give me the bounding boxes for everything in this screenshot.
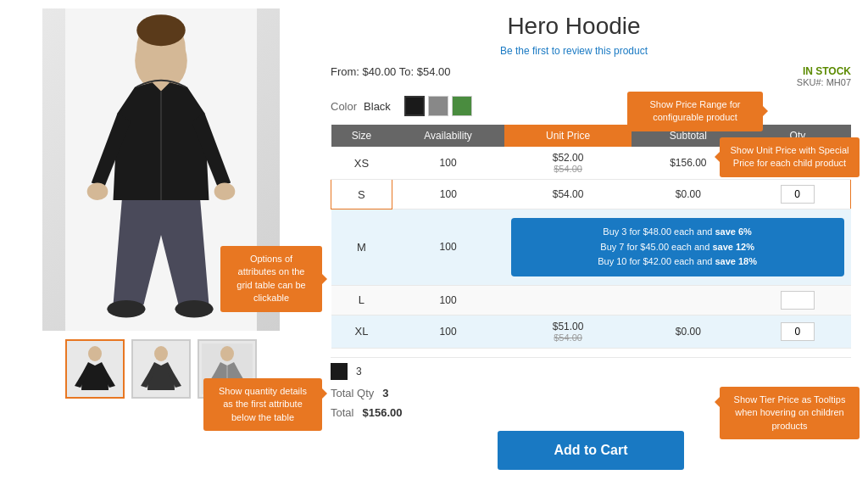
size-m[interactable]: M (331, 209, 392, 286)
qty-xl[interactable] (744, 315, 850, 348)
avail-s: 100 (392, 180, 504, 209)
qty-s[interactable] (744, 180, 850, 209)
summary-total: Total $156.00 (331, 406, 402, 419)
avail-xl: 100 (392, 315, 504, 348)
svg-point-3 (136, 14, 186, 46)
size-xl[interactable]: XL (331, 315, 392, 348)
svg-point-13 (154, 346, 168, 361)
size-l[interactable]: L (331, 285, 392, 315)
color-swatch-green[interactable] (452, 96, 472, 116)
qty-input-l[interactable] (781, 291, 815, 310)
svg-point-7 (214, 182, 236, 200)
qty-input-s[interactable] (781, 185, 815, 204)
svg-point-11 (88, 346, 102, 361)
svg-point-9 (175, 300, 213, 318)
summary-color-qty: 3 (331, 363, 402, 380)
review-link[interactable]: Be the first to review this product (331, 45, 851, 57)
thumbnail-2[interactable] (131, 339, 191, 399)
tier-price-box: Buy 3 for $48.00 each and save 6% Buy 7 … (511, 218, 844, 276)
total-qty-value: 3 (382, 387, 388, 399)
product-title: Hero Hoodie (331, 13, 851, 40)
size-xs[interactable]: XS (331, 147, 392, 180)
price-stock-row: From: $40.00 To: $54.00 IN STOCK SKU#: M… (331, 65, 851, 87)
subtotal-s: $0.00 (632, 180, 744, 209)
color-selected: Black (364, 100, 391, 113)
subtotal-xl: $0.00 (632, 315, 744, 348)
svg-point-15 (220, 346, 234, 361)
qty-input-xl[interactable] (781, 322, 815, 341)
total-qty-label: Total Qty (331, 387, 374, 399)
summary-left: 3 Total Qty 3 Total $156.00 (331, 363, 402, 419)
stock-status: IN STOCK (797, 65, 851, 77)
subtotal-l (632, 285, 744, 315)
col-unit-price: Unit Price (504, 125, 632, 147)
summary-qty: 3 (356, 366, 362, 377)
avail-m: 100 (392, 209, 504, 286)
callout-grid-options: Options of attributes on the grid table … (220, 246, 322, 312)
qty-l[interactable] (744, 285, 850, 315)
price-xl: $51.00 $54.00 (504, 315, 632, 348)
svg-point-6 (87, 182, 108, 200)
color-swatches (404, 96, 472, 116)
thumbnail-1[interactable] (65, 339, 125, 399)
summary-swatch (331, 363, 348, 380)
add-to-cart-button[interactable]: Add to Cart (498, 431, 684, 470)
table-row-xl: XL 100 $51.00 $54.00 $0.00 (331, 315, 851, 348)
color-swatch-gray[interactable] (428, 96, 448, 116)
callout-tier-tooltip: Show Tier Price as Tooltips when hoverin… (720, 387, 860, 439)
sku: SKU#: MH07 (797, 77, 851, 87)
color-label: Color (331, 100, 357, 113)
price-l (504, 285, 632, 315)
col-availability: Availability (392, 125, 504, 147)
stock-sku: IN STOCK SKU#: MH07 (797, 65, 851, 87)
col-size: Size (331, 125, 392, 147)
total-value: $156.00 (362, 406, 402, 419)
table-row-selected: S 100 $54.00 $0.00 (331, 180, 851, 209)
tier-price-cell: Buy 3 for $48.00 each and save 6% Buy 7 … (504, 209, 851, 286)
svg-point-8 (107, 300, 145, 318)
size-s[interactable]: S (331, 180, 392, 209)
color-swatch-black[interactable] (404, 96, 425, 116)
callout-price-range: Show Price Range for configurable produc… (627, 92, 763, 131)
table-row-l: L 100 (331, 285, 851, 315)
avail-xs: 100 (392, 147, 504, 180)
product-details-section: Hero Hoodie Be the first to review this … (322, 0, 868, 497)
price-range: From: $40.00 To: $54.00 (331, 65, 450, 78)
avail-l: 100 (392, 285, 504, 315)
page-container: Options of attributes on the grid table … (0, 0, 868, 497)
summary-total-qty: Total Qty 3 (331, 387, 402, 399)
callout-qty-details: Show quantity details as the first attri… (203, 378, 322, 431)
price-s: $54.00 (504, 180, 632, 209)
total-label: Total (331, 406, 353, 419)
table-row-m: M 100 Buy 3 for $48.00 each and save 6% … (331, 209, 851, 286)
callout-unit-price: Show Unit Price with Special Price for e… (720, 137, 860, 177)
product-image-section: Options of attributes on the grid table … (0, 0, 322, 497)
price-xs: $52.00 $54.00 (504, 147, 632, 180)
